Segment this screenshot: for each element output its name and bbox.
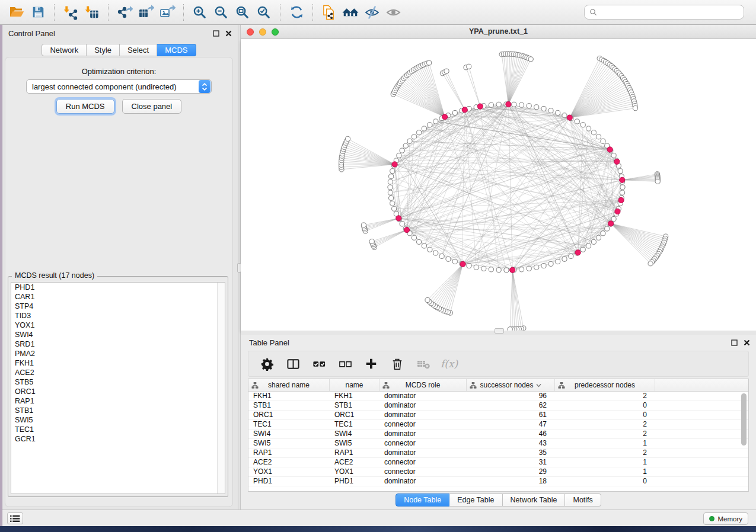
table-cell: 0 [555,477,655,486]
select-all-columns-button[interactable] [310,355,328,373]
table-cell: 1 [555,439,655,448]
tab-select[interactable]: Select [120,44,157,56]
mcds-list-item[interactable]: SRD1 [11,339,225,349]
table-scrollbar-thumb[interactable] [741,393,747,446]
search-field[interactable] [584,5,744,20]
mcds-list-item[interactable]: PMA2 [11,349,225,358]
gear-icon [260,357,274,371]
column-header-mcds-role[interactable]: MCDS role [379,379,467,391]
table-cell: 43 [467,439,555,448]
mcds-list-item[interactable]: YOX1 [11,321,225,330]
table-cell: dominator [379,392,467,400]
table-row[interactable]: SWI5SWI5connector431 [248,439,748,448]
tab-edge-table[interactable]: Edge Table [449,493,502,507]
tab-motifs[interactable]: Motifs [565,493,601,507]
search-input[interactable] [600,8,739,17]
table-row[interactable]: ORC1ORC1dominator610 [248,411,748,420]
mcds-list-item[interactable]: SWI5 [11,415,225,425]
mcds-list-item[interactable]: RAP1 [11,396,225,406]
tab-network-table[interactable]: Network Table [503,493,566,507]
close-panel-button[interactable]: Close panel [122,99,182,114]
tab-style[interactable]: Style [87,44,120,56]
mcds-list-item[interactable]: TID3 [11,311,225,321]
mcds-list-item[interactable]: ORC1 [11,387,225,396]
column-header-shared-name[interactable]: shared name [248,379,330,391]
table-row[interactable]: ACE2ACE2connector311 [248,458,748,467]
table-cell: connector [379,467,467,476]
delete-column-button[interactable] [388,355,406,373]
zoom-in-button[interactable] [189,2,210,23]
table-cell: 2 [555,420,655,429]
mcds-list-item[interactable]: FKH1 [11,358,225,368]
horizontal-splitter-handle[interactable] [495,328,504,334]
import-table-button[interactable] [81,2,103,23]
unselect-all-columns-button[interactable] [336,355,354,373]
trash-icon [391,357,404,370]
horizontal-splitter[interactable] [241,331,756,335]
export-table-button[interactable] [135,2,157,23]
refresh-button[interactable] [286,2,307,23]
criterion-dropdown[interactable]: largest connected component (undirected) [26,79,212,94]
table-cell: 46 [467,430,555,438]
mcds-list-item[interactable]: PHD1 [11,283,225,292]
column-header-successor-nodes[interactable]: successor nodes [467,379,555,391]
table-cell: dominator [379,430,467,438]
table-cell [655,392,748,400]
float-panel-button[interactable] [212,29,220,37]
mcds-list-item[interactable]: GCR1 [11,434,225,444]
export-network-button[interactable] [114,2,135,23]
float-table-panel-button[interactable] [730,338,738,347]
list-icon [10,515,20,523]
table-row[interactable]: FKH1FKH1dominator962 [248,392,748,401]
mcds-list-item[interactable]: SWI4 [11,330,225,339]
table-cell [655,477,748,486]
zoom-selected-button[interactable] [253,2,275,23]
mcds-list-item[interactable]: TEC1 [11,425,225,434]
network-window-titlebar[interactable]: YPA_prune.txt_1 [241,25,756,39]
network-canvas[interactable] [241,39,756,331]
hide-selected-button[interactable] [361,2,382,23]
table-row[interactable]: YOX1YOX1connector291 [248,467,748,477]
columns-icon [286,357,300,371]
zoom-out-button[interactable] [210,2,232,23]
close-panel-icon-button[interactable] [224,29,232,37]
eye-icon [385,4,401,20]
save-session-button[interactable] [27,2,49,23]
table-cell: 47 [467,420,555,429]
close-table-panel-button[interactable] [742,338,751,347]
memory-button[interactable]: Memory [703,512,748,525]
home-layout-button[interactable] [340,2,361,23]
table-row[interactable]: PHD1PHD1dominator180 [248,477,748,486]
column-header-name[interactable]: name [330,379,379,391]
mcds-list-item[interactable]: STB5 [11,377,225,387]
add-column-button[interactable] [362,355,380,373]
mcds-result-list: PHD1CAR1STP4TID3YOX1SWI4SRD1PMA2FKH1ACE2… [11,282,225,494]
table-cell [655,420,748,429]
tab-node-table[interactable]: Node Table [395,493,449,507]
table-row[interactable]: TEC1TEC1connector472 [248,420,748,430]
task-history-button[interactable] [7,512,23,524]
column-layout-button[interactable] [284,355,302,373]
mcds-list-item[interactable]: ACE2 [11,368,225,377]
zoom-fit-button[interactable] [232,2,253,23]
tab-network[interactable]: Network [42,44,87,56]
network-graph[interactable] [241,39,756,331]
mcds-list-scrollbar[interactable] [217,283,225,493]
export-image-button[interactable] [157,2,178,23]
mcds-list-item[interactable]: STP4 [11,302,225,311]
table-row[interactable]: RAP1RAP1dominator352 [248,448,748,458]
import-network-button[interactable] [60,2,81,23]
table-row[interactable]: SWI4SWI4dominator462 [248,430,748,439]
table-row[interactable]: STB1STB1dominator620 [248,401,748,411]
clone-network-button[interactable] [318,2,340,23]
tab-mcds[interactable]: MCDS [157,44,196,56]
table-cell: 18 [467,477,555,486]
run-mcds-button[interactable]: Run MCDS [56,99,114,114]
mcds-list-item[interactable]: STB1 [11,406,225,415]
open-file-button[interactable] [6,2,27,23]
mcds-list-item[interactable]: CAR1 [11,292,225,302]
table-settings-button[interactable] [258,355,276,373]
column-header-predecessor-nodes[interactable]: predecessor nodes [555,379,655,391]
table-cell: SWI4 [248,430,330,438]
table-cell: 61 [467,411,555,419]
